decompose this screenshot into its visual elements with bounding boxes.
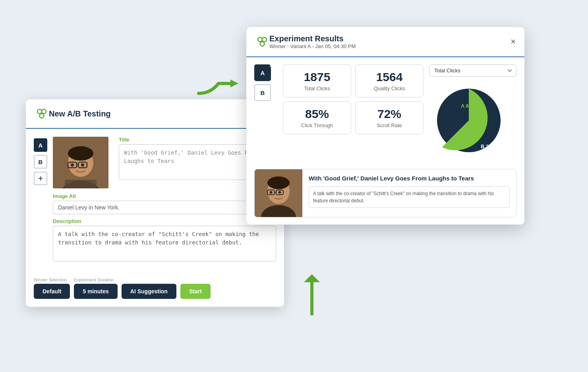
variant-b-button[interactable]: B bbox=[34, 155, 47, 169]
ab-modal-body: A B + bbox=[26, 129, 284, 271]
stat-click-through: 85% Click Through bbox=[283, 101, 351, 134]
duration-label: Experiment Duration bbox=[74, 277, 117, 282]
default-button[interactable]: Default bbox=[34, 284, 70, 299]
results-body: A ★ B 1875 Total Clicks 1564 Quality Cli… bbox=[246, 57, 524, 225]
chart-area: Total Clicks Quality Clicks Click Throug… bbox=[429, 64, 516, 162]
image-alt-input[interactable] bbox=[53, 201, 276, 214]
chart-metric-dropdown[interactable]: Total Clicks Quality Clicks Click Throug… bbox=[429, 64, 516, 77]
ab-modal-title: New A/B Testing bbox=[49, 109, 270, 118]
variant-b-label: B bbox=[261, 89, 265, 96]
svg-marker-0 bbox=[230, 79, 238, 87]
svg-point-13 bbox=[71, 163, 74, 167]
quality-clicks-label: Quality Clicks bbox=[363, 85, 416, 91]
results-modal-close-button[interactable]: × bbox=[511, 37, 516, 47]
results-modal-title: Experiment Results bbox=[269, 34, 511, 43]
winner-selection-label: Winner Selection bbox=[34, 277, 70, 282]
scroll-rate-number: 72% bbox=[363, 107, 416, 121]
svg-point-17 bbox=[262, 37, 267, 42]
stat-scroll-rate: 72% Scroll Rate bbox=[355, 101, 424, 134]
variant-a-button[interactable]: A bbox=[34, 138, 47, 152]
svg-marker-1 bbox=[304, 274, 320, 282]
results-header-text: Experiment Results Winner - Variant A - … bbox=[269, 34, 511, 49]
start-col: Start bbox=[180, 277, 211, 299]
ab-modal-header: New A/B Testing × bbox=[26, 99, 284, 129]
svg-point-3 bbox=[42, 109, 46, 114]
chart-a-label: A 63% bbox=[461, 103, 476, 109]
ab-modal-logo bbox=[35, 107, 49, 121]
quality-clicks-number: 1564 bbox=[363, 70, 416, 84]
ai-suggestion-col: AI Suggestion bbox=[122, 277, 176, 299]
winner-star-badge: ★ bbox=[269, 61, 274, 69]
ab-testing-modal: New A/B Testing × A B + bbox=[26, 99, 284, 307]
duration-button[interactable]: 5 minutes bbox=[74, 284, 117, 299]
total-clicks-number: 1875 bbox=[290, 70, 344, 84]
results-modal-subtitle: Winner - Variant A - Jan 05, 04:30 PM bbox=[269, 43, 511, 49]
results-variant-a-tab[interactable]: A ★ bbox=[254, 64, 271, 81]
ab-modal-footer: Winner Selection Default Experiment Dura… bbox=[26, 271, 284, 307]
results-modal-logo bbox=[255, 35, 269, 49]
total-clicks-label: Total Clicks bbox=[290, 85, 344, 91]
pie-chart: A 63% B 37% bbox=[429, 81, 509, 160]
svg-rect-15 bbox=[65, 180, 97, 188]
svg-point-28 bbox=[279, 191, 281, 194]
ab-variant-sidebar: A B + bbox=[34, 137, 47, 263]
results-modal: Experiment Results Winner - Variant A - … bbox=[246, 27, 524, 225]
duration-col: Experiment Duration 5 minutes bbox=[74, 277, 117, 299]
results-modal-header: Experiment Results Winner - Variant A - … bbox=[246, 27, 524, 57]
result-thumbnail bbox=[255, 169, 302, 217]
results-variant-tabs: A ★ B bbox=[254, 64, 271, 101]
results-variant-b-tab[interactable]: B bbox=[254, 84, 271, 101]
svg-point-16 bbox=[258, 37, 262, 42]
start-button[interactable]: Start bbox=[180, 284, 211, 299]
click-through-number: 85% bbox=[290, 107, 344, 121]
click-through-label: Click Through bbox=[290, 122, 344, 128]
result-description: A talk with the co-creator of "Schitt's … bbox=[309, 186, 510, 208]
winner-selection-col: Winner Selection Default bbox=[34, 277, 70, 299]
svg-point-18 bbox=[260, 42, 265, 46]
result-title: With 'Good Grief,' Daniel Levy Goes From… bbox=[309, 174, 510, 182]
ai-suggestion-button[interactable]: AI Suggestion bbox=[122, 284, 176, 299]
description-textarea[interactable]: A talk with the co-creator of "Schitt's … bbox=[53, 226, 276, 262]
result-text-area: With 'Good Grief,' Daniel Levy Goes From… bbox=[302, 169, 516, 217]
svg-point-4 bbox=[40, 114, 44, 118]
svg-point-23 bbox=[267, 176, 290, 189]
arrow-up-decoration bbox=[298, 270, 326, 318]
svg-point-14 bbox=[81, 163, 84, 167]
image-alt-field-container: Image Alt bbox=[53, 193, 276, 214]
stat-quality-clicks: 1564 Quality Clicks bbox=[355, 64, 424, 97]
svg-point-9 bbox=[68, 146, 93, 161]
chart-b-label: B 37% bbox=[481, 143, 496, 149]
image-alt-label: Image Alt bbox=[53, 193, 276, 199]
variant-a-label: A bbox=[261, 70, 265, 76]
description-label: Description bbox=[53, 218, 276, 224]
stat-total-clicks: 1875 Total Clicks bbox=[283, 64, 351, 97]
svg-point-2 bbox=[37, 109, 42, 114]
variant-image bbox=[53, 137, 108, 188]
results-content-card: With 'Good Grief,' Daniel Levy Goes From… bbox=[254, 169, 516, 217]
ab-variant-content: Title With 'Good Grief,' Daniel Levy Goe… bbox=[53, 137, 276, 263]
svg-point-27 bbox=[270, 191, 273, 194]
description-field-container: Description A talk with the co-creator o… bbox=[53, 218, 276, 263]
results-top-row: A ★ B 1875 Total Clicks 1564 Quality Cli… bbox=[254, 64, 516, 162]
variant-add-button[interactable]: + bbox=[34, 172, 47, 185]
arrow-right-decoration bbox=[195, 74, 242, 101]
stats-grid: 1875 Total Clicks 1564 Quality Clicks 85… bbox=[283, 64, 424, 134]
scroll-rate-label: Scroll Rate bbox=[363, 122, 416, 128]
